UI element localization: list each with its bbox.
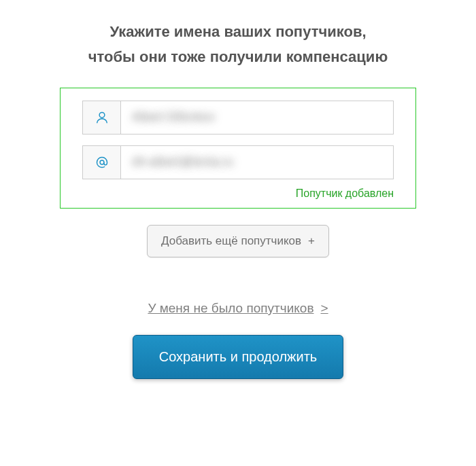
companion-email-field[interactable]: dh-albert@lenta.ru	[82, 145, 394, 179]
add-more-companions-button[interactable]: Добавить ещё попутчиков+	[147, 225, 329, 257]
companion-name-value: Albert Difonkov	[121, 101, 393, 134]
heading-line-1: Укажите имена ваших попутчиков,	[0, 19, 476, 44]
chevron-right-icon: >	[321, 301, 328, 315]
save-continue-button[interactable]: Сохранить и продолжить	[133, 335, 343, 379]
heading-line-2: чтобы они тоже получили компенсацию	[0, 44, 476, 69]
companion-card: Albert Difonkov dh-albert@lenta.ru Попут…	[60, 88, 416, 209]
page-heading: Укажите имена ваших попутчиков, чтобы он…	[0, 19, 476, 70]
no-companions-link[interactable]: У меня не было попутчиков>	[148, 301, 328, 316]
plus-icon: +	[308, 234, 315, 247]
svg-point-0	[99, 112, 105, 118]
add-more-label: Добавить ещё попутчиков	[161, 234, 301, 247]
at-icon	[83, 146, 121, 179]
svg-point-1	[100, 160, 104, 164]
save-continue-label: Сохранить и продолжить	[159, 349, 317, 364]
companion-email-value: dh-albert@lenta.ru	[121, 146, 393, 179]
companion-added-status: Попутчик добавлен	[82, 187, 394, 200]
companion-name-field[interactable]: Albert Difonkov	[82, 101, 394, 135]
no-companions-label: У меня не было попутчиков	[148, 301, 313, 315]
person-icon	[83, 101, 121, 134]
